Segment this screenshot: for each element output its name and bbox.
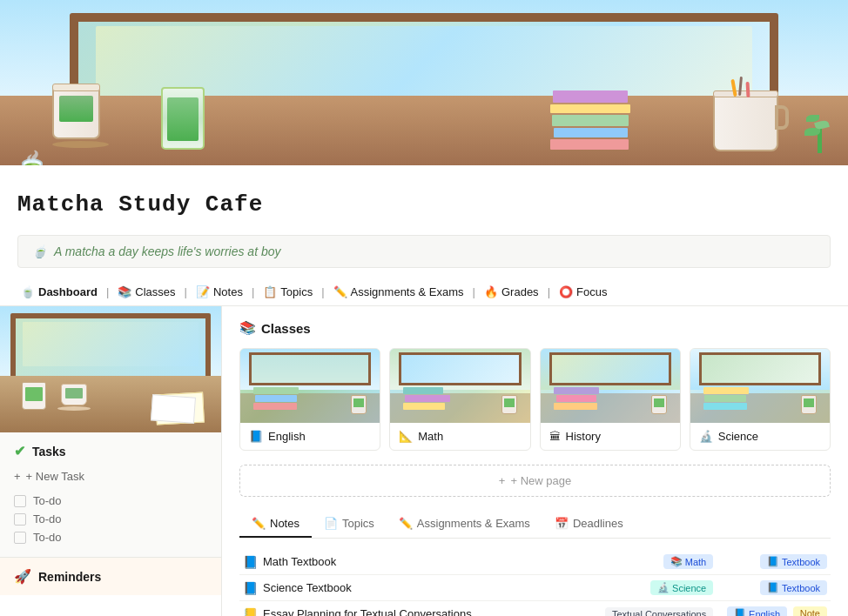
page-icon: 🍵 bbox=[14, 150, 50, 165]
classes-icon: 📚 bbox=[239, 320, 256, 336]
classes-grid: 📘 English 📐 bbox=[239, 348, 831, 451]
classes-section-title: 📚 Classes bbox=[239, 320, 831, 336]
plus-icon: + bbox=[14, 470, 21, 483]
tab-notes[interactable]: ✏️ Notes bbox=[239, 511, 312, 538]
nav-item-grades[interactable]: 🔥 Grades bbox=[481, 284, 542, 300]
note-type-tag-1: 📘 Textbook bbox=[760, 580, 827, 595]
class-label-english: 📘 English bbox=[240, 423, 380, 450]
notes-table: 📘 Math Textbook 📚 Math 📘 Textbo bbox=[239, 549, 831, 616]
task-item-2: To-do bbox=[14, 510, 207, 528]
subtitle-text: A matcha a day keeps life's worries at b… bbox=[54, 244, 281, 258]
task-checkbox-3[interactable] bbox=[14, 532, 26, 544]
sidebar: ✔ Tasks + + New Task To-do To-do To-do bbox=[0, 306, 222, 616]
tab-notes-icon: ✏️ bbox=[252, 517, 266, 530]
class-card-math[interactable]: 📐 Math bbox=[389, 348, 530, 451]
nav-sep-2: | bbox=[185, 285, 187, 298]
note-topic-tag-2: Textual Conversations bbox=[605, 607, 713, 617]
nav-item-classes[interactable]: 📚 Classes bbox=[114, 284, 178, 300]
tab-deadlines[interactable]: 📅 Deadlines bbox=[542, 511, 636, 538]
note-class-tag-2: 📘 English bbox=[727, 606, 787, 616]
history-icon: 🏛 bbox=[549, 430, 561, 443]
class-thumb-science bbox=[690, 349, 830, 423]
nav-item-notes[interactable]: 📝 Notes bbox=[192, 284, 246, 300]
class-thumb-history bbox=[541, 349, 680, 423]
nav-sep-6: | bbox=[548, 285, 550, 298]
english-icon: 📘 bbox=[249, 430, 263, 443]
tab-assignments-icon: ✏️ bbox=[399, 517, 413, 530]
page-header: Matcha Study Cafe bbox=[0, 165, 848, 235]
new-page-button[interactable]: + + New page bbox=[239, 465, 831, 497]
type-tag-icon-1: 📘 bbox=[767, 582, 779, 593]
nav-icon-topics: 📋 bbox=[263, 285, 277, 298]
banner: 🍵 bbox=[0, 0, 848, 165]
class-thumb-english bbox=[240, 349, 380, 423]
nav-sep-5: | bbox=[473, 285, 475, 298]
note-title-2: Essay Planning for Textual Conversations bbox=[263, 607, 472, 616]
note-type-tag-0: 📘 Textbook bbox=[760, 554, 827, 569]
nav-item-topics[interactable]: 📋 Topics bbox=[259, 284, 316, 300]
tab-topics[interactable]: 📄 Topics bbox=[312, 511, 387, 538]
tasks-title: Tasks bbox=[32, 445, 66, 459]
main-layout: ✔ Tasks + + New Task To-do To-do To-do bbox=[0, 306, 848, 616]
spacer bbox=[239, 497, 831, 511]
note-icon-0: 📘 bbox=[243, 555, 258, 569]
note-icon-2: 📒 bbox=[243, 607, 258, 617]
note-type-tag-2: Note bbox=[793, 606, 827, 616]
type-tag-icon-0: 📘 bbox=[767, 556, 779, 567]
class-card-english[interactable]: 📘 English bbox=[239, 348, 380, 451]
reminders-title: Reminders bbox=[38, 570, 101, 584]
main-content: 📚 Classes 📘 En bbox=[222, 306, 848, 616]
task-item-1: To-do bbox=[14, 492, 207, 510]
page-title: Matcha Study Cafe bbox=[17, 191, 831, 218]
tag-icon-0: 📚 bbox=[670, 556, 683, 567]
notes-tabs: ✏️ Notes 📄 Topics ✏️ Assignments & Exams… bbox=[239, 511, 831, 539]
class-thumb-math bbox=[390, 349, 529, 423]
sidebar-image bbox=[0, 306, 221, 432]
nav-icon-notes: 📝 bbox=[196, 285, 210, 298]
nav-icon-dashboard: 🍵 bbox=[21, 285, 35, 298]
tag-icon-1: 🔬 bbox=[657, 582, 670, 593]
nav-icon-focus: ⭕ bbox=[559, 285, 573, 298]
class-label-math: 📐 Math bbox=[390, 423, 529, 450]
nav-item-focus[interactable]: ⭕ Focus bbox=[555, 284, 610, 300]
class-label-science: 🔬 Science bbox=[690, 423, 830, 450]
nav-icon-grades: 🔥 bbox=[484, 285, 498, 298]
subtitle-bar: 🍵 A matcha a day keeps life's worries at… bbox=[17, 235, 831, 268]
table-row[interactable]: 📒 Essay Planning for Textual Conversatio… bbox=[239, 601, 831, 617]
tasks-header: ✔ Tasks bbox=[14, 443, 207, 459]
math-icon: 📐 bbox=[399, 430, 413, 443]
task-item-3: To-do bbox=[14, 528, 207, 546]
reminders-header: 🚀 Reminders bbox=[14, 568, 207, 585]
nav-icon-assignments: ✏️ bbox=[333, 285, 347, 298]
note-icon-1: 📘 bbox=[243, 581, 258, 595]
plus-icon-page: + bbox=[499, 474, 506, 487]
note-title-1: Science Textbook bbox=[263, 581, 352, 594]
table-row[interactable]: 📘 Science Textbook 🔬 Science 📘 bbox=[239, 575, 831, 601]
tab-deadlines-icon: 📅 bbox=[555, 517, 569, 530]
nav-sep-1: | bbox=[106, 285, 109, 298]
subtitle-icon: 🍵 bbox=[32, 244, 47, 258]
class-label-history: 🏛 History bbox=[541, 423, 680, 450]
new-task-button[interactable]: + + New Task bbox=[14, 468, 84, 485]
nav-item-assignments[interactable]: ✏️ Assignments & Exams bbox=[330, 284, 468, 300]
note-class-tag-1: 🔬 Science bbox=[650, 580, 713, 595]
task-checkbox-2[interactable] bbox=[14, 513, 26, 526]
tab-assignments[interactable]: ✏️ Assignments & Exams bbox=[387, 511, 542, 538]
science-icon: 🔬 bbox=[699, 430, 713, 443]
table-row[interactable]: 📘 Math Textbook 📚 Math 📘 Textbo bbox=[239, 549, 831, 575]
nav-sep-4: | bbox=[321, 285, 324, 298]
tab-topics-icon: 📄 bbox=[324, 517, 338, 530]
nav-sep-3: | bbox=[252, 285, 254, 298]
nav-icon-classes: 📚 bbox=[118, 285, 131, 298]
rocket-icon: 🚀 bbox=[14, 568, 31, 585]
task-checkbox-1[interactable] bbox=[14, 495, 26, 507]
class-tag-icon-2: 📘 bbox=[734, 608, 746, 616]
note-title-0: Math Textbook bbox=[263, 555, 336, 568]
note-class-tag-0: 📚 Math bbox=[663, 554, 713, 569]
nav-item-dashboard[interactable]: 🍵 Dashboard bbox=[17, 284, 101, 300]
check-icon: ✔ bbox=[14, 443, 25, 459]
class-card-history[interactable]: 🏛 History bbox=[540, 348, 681, 451]
class-card-science[interactable]: 🔬 Science bbox=[690, 348, 831, 451]
nav-bar: 🍵 Dashboard | 📚 Classes | 📝 Notes | 📋 To… bbox=[0, 278, 848, 306]
tasks-section: ✔ Tasks + + New Task To-do To-do To-do bbox=[0, 432, 221, 558]
